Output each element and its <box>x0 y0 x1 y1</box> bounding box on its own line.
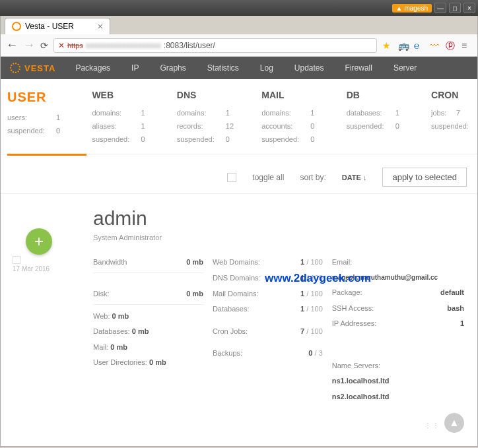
stats-strip: USER users:1 suspended:0 WEB domains:1 a… <box>1 79 477 154</box>
url-path: :8083/list/user/ <box>164 41 215 50</box>
stats-web[interactable]: WEB domains:1 aliases:1 suspended:0 <box>92 90 176 146</box>
reload-button[interactable]: ⟳ <box>40 40 48 51</box>
nav-statistics[interactable]: Statistics <box>197 63 250 73</box>
brand-ring-icon <box>10 63 20 73</box>
browser-toolbar: ← → ⟳ ✕ https xxxxxxxxxxxxxxxxxxx :8083/… <box>1 34 477 57</box>
watermark-text: www.2daygeek.com <box>265 272 371 285</box>
ssl-warning-icon: ✕ <box>58 41 65 50</box>
page-content: VESTA Packages IP Graphs Statistics Log … <box>1 57 477 446</box>
nav-updates[interactable]: Updates <box>284 63 335 73</box>
url-scheme: https <box>67 42 83 49</box>
toggle-all-label: toggle all <box>252 173 284 182</box>
stats-cron[interactable]: CRON jobs:7 suspended: <box>431 90 471 146</box>
details-left: Bandwidth0 mb Disk:0 mb Web: 0 mb Databa… <box>93 255 203 404</box>
drag-handle-icon: ⋮⋮ <box>425 422 440 429</box>
brand-logo[interactable]: VESTA <box>1 63 65 73</box>
pinterest-icon[interactable]: ⓟ <box>446 40 456 51</box>
url-host-blurred: xxxxxxxxxxxxxxxxxxx <box>86 41 161 50</box>
minimize-button[interactable]: — <box>434 3 446 13</box>
os-user-badge: ▲ magesh <box>392 4 432 13</box>
nav-packages[interactable]: Packages <box>65 63 121 73</box>
toggle-all-checkbox[interactable] <box>227 173 236 182</box>
tab-strip: Vesta - USER × <box>1 16 477 34</box>
add-user-button[interactable]: + <box>26 228 52 255</box>
user-name[interactable]: admin <box>93 207 464 230</box>
favicon-icon <box>12 22 21 31</box>
entry-date: 17 Mar 2016 <box>13 256 50 272</box>
sort-by-label: sort by: <box>300 173 325 182</box>
url-bar[interactable]: ✕ https xxxxxxxxxxxxxxxxxxx :8083/list/u… <box>53 38 377 53</box>
sort-field[interactable]: DATE ↓ <box>342 174 367 181</box>
nav-graphs[interactable]: Graphs <box>149 63 196 73</box>
stats-dns[interactable]: DNS domains:1 records:12 suspended:0 <box>177 90 261 146</box>
browser-tab[interactable]: Vesta - USER × <box>5 18 110 34</box>
stats-mail[interactable]: MAIL domains:1 accounts:0 suspended:0 <box>261 90 346 146</box>
os-titlebar: ▲ magesh — □ × <box>0 0 478 16</box>
tab-title: Vesta - USER <box>25 22 74 31</box>
apply-selected-button[interactable]: apply to selected <box>382 168 467 187</box>
browser-window: Vesta - USER × ← → ⟳ ✕ https xxxxxxxxxxx… <box>0 16 478 447</box>
nav-ip[interactable]: IP <box>121 63 149 73</box>
tab-close-icon[interactable]: × <box>98 21 103 32</box>
date-checkbox[interactable] <box>13 256 20 264</box>
bookmark-star-icon[interactable]: ★ <box>382 40 393 51</box>
nav-firewall[interactable]: Firewall <box>335 63 383 73</box>
scroll-top-button[interactable]: ▲ <box>444 413 464 433</box>
user-role: System Administrator <box>93 234 464 241</box>
stats-user[interactable]: USER users:1 suspended:0 <box>7 90 92 146</box>
nav-log[interactable]: Log <box>250 63 284 73</box>
maximize-button[interactable]: □ <box>449 3 461 13</box>
stats-db[interactable]: DB databases:1 suspended:0 <box>347 90 431 146</box>
forward-button[interactable]: → <box>23 38 35 52</box>
nav-server[interactable]: Server <box>383 63 427 73</box>
top-nav: VESTA Packages IP Graphs Statistics Log … <box>1 57 477 79</box>
extension-icon-3[interactable]: 〰 <box>430 40 440 51</box>
back-button[interactable]: ← <box>6 38 18 52</box>
extension-icon-1[interactable]: 🚌 <box>398 40 409 51</box>
close-window-button[interactable]: × <box>463 3 475 13</box>
list-controls: toggle all sort by: DATE ↓ apply to sele… <box>1 156 477 194</box>
user-card: admin System Administrator Bandwidth0 mb… <box>93 194 464 404</box>
extension-icon-2[interactable]: ℮ <box>414 40 425 51</box>
browser-menu-icon[interactable]: ≡ <box>461 40 472 51</box>
